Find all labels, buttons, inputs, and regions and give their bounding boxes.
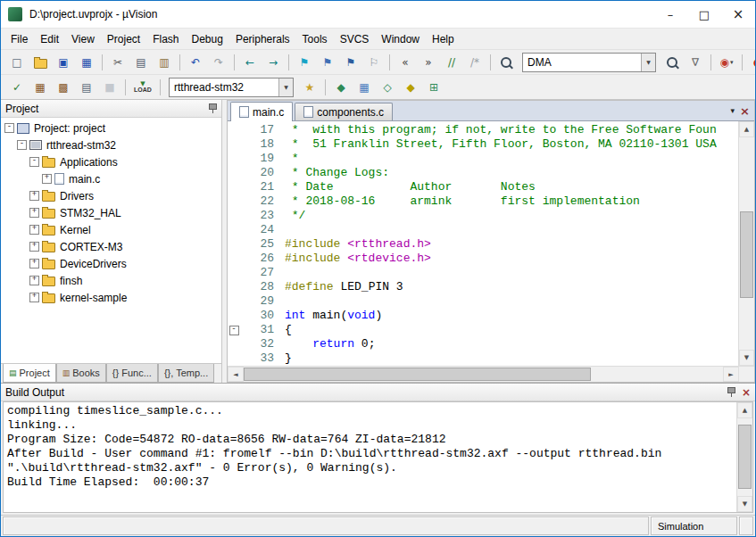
expand-icon[interactable]: + [29,208,39,218]
tree-item-drivers[interactable]: +Drivers [1,187,221,204]
manage-run-time-environment-button[interactable]: ◆ [330,77,352,98]
expand-icon[interactable]: + [29,242,39,252]
select-software-packs-button[interactable]: ◇ [377,77,398,98]
menu-item-project[interactable]: Project [101,30,146,48]
chevron-down-icon[interactable]: ▼ [641,54,655,71]
find-in-files-button[interactable] [495,52,517,73]
menu-item-edit[interactable]: Edit [34,30,65,48]
menu-item-window[interactable]: Window [375,30,426,48]
insert-breakpoint-button[interactable]: ● [747,52,756,73]
scrollbar-thumb[interactable] [738,425,752,489]
bookmark-clear-all-button[interactable]: ⚐ [363,52,385,73]
maximize-button[interactable]: □ [687,1,721,28]
tab-list-chevron-icon[interactable]: ▾ [731,106,735,115]
target-select[interactable]: rtthread-stm32▼ [169,78,294,97]
editor-tab-main-c[interactable]: main.c [230,102,293,121]
expand-icon[interactable]: + [29,293,39,302]
manage-project-items-button[interactable]: ▦ [353,77,375,98]
open-file-button[interactable] [29,52,51,73]
tree-item-kernel-sample[interactable]: +kernel-sample [1,289,221,306]
panel-tab-books[interactable]: ▥Books [56,364,106,383]
pin-icon[interactable] [727,387,736,397]
scrollbar-thumb[interactable] [740,211,753,298]
menu-item-svcs[interactable]: SVCS [334,30,376,48]
resize-grip[interactable] [739,516,753,535]
close-document-icon[interactable]: × [740,105,750,117]
menu-item-peripherals[interactable]: Peripherals [229,30,296,48]
expand-icon[interactable]: + [42,174,52,184]
menu-item-flash[interactable]: Flash [146,30,185,48]
tree-item-stm32-hal[interactable]: +STM32_HAL [1,204,221,221]
menu-item-view[interactable]: View [65,30,101,48]
close-panel-icon[interactable]: × [742,386,751,399]
navigate-back-button[interactable]: ← [239,52,261,73]
bookmark-toggle-button[interactable]: ⚑ [294,52,315,73]
scrollbar-track[interactable] [739,137,754,350]
incremental-find-button[interactable]: ∇ [685,52,706,73]
build-button[interactable]: ▦ [29,77,51,98]
bookmark-next-button[interactable]: ⚑ [340,52,361,73]
editor-vertical-scrollbar[interactable]: ▲ ▼ [738,121,754,366]
search-combo[interactable]: DMA▼ [522,53,656,72]
menu-item-debug[interactable]: Debug [186,30,229,48]
scroll-up-icon[interactable]: ▲ [737,402,752,418]
tree-item-main-c[interactable]: +main.c [1,170,221,187]
tree-item-cortex-m3[interactable]: +CORTEX-M3 [1,238,221,255]
tree-item-applications[interactable]: -Applications [1,153,221,170]
chevron-down-icon[interactable]: ▼ [278,78,293,96]
menu-item-tools[interactable]: Tools [296,30,334,48]
collapse-icon[interactable]: - [17,140,27,150]
scroll-up-icon[interactable]: ▲ [739,121,754,137]
indent-button[interactable]: » [418,52,439,73]
copy-button[interactable]: ▤ [130,52,152,73]
tree-item-devicedrivers[interactable]: +DeviceDrivers [1,255,221,272]
find-button[interactable] [661,52,683,73]
undo-button[interactable]: ↶ [185,52,206,73]
scrollbar-thumb[interactable] [244,368,591,381]
uncomment-selection-button[interactable]: /* [464,52,486,73]
bookmark-previous-button[interactable]: ⚑ [317,52,338,73]
batch-build-button[interactable]: ▤ [76,77,97,98]
translate-file-button[interactable]: ✓ [6,77,28,98]
cut-button[interactable]: ✂ [107,52,129,73]
pack-installer-button[interactable]: ◆ [400,77,421,98]
configure-search-button[interactable]: ◉▾ [716,52,737,73]
scroll-down-icon[interactable]: ▼ [737,496,752,512]
panel-tab-project[interactable]: ▤Project [3,364,56,383]
minimize-button[interactable]: – [653,1,687,28]
comment-selection-button[interactable]: // [441,52,462,73]
tree-item-project-project[interactable]: -Project: project [1,120,221,136]
unindent-button[interactable]: « [395,52,416,73]
stop-build-button[interactable]: ■ [99,77,120,98]
collapse-icon[interactable]: - [29,157,39,167]
scrollbar-track[interactable] [737,418,752,496]
expand-icon[interactable]: + [29,259,39,268]
books-window-button[interactable]: ⊞ [423,77,444,98]
rebuild-all-button[interactable]: ▩ [53,77,74,98]
save-all-button[interactable]: ▦ [76,52,97,73]
expand-icon[interactable]: + [29,225,39,235]
panel-tab-temp[interactable]: {}, Temp... [158,364,214,383]
menu-item-help[interactable]: Help [426,30,461,48]
fold-collapse-icon[interactable]: - [229,326,239,335]
build-vertical-scrollbar[interactable]: ▲ ▼ [736,402,752,512]
panel-tab-func[interactable]: {} Func... [106,364,158,383]
paste-button[interactable]: ▥ [154,52,175,73]
navigate-forward-button[interactable]: → [262,52,284,73]
editor-horizontal-scrollbar[interactable]: ◄ ► [228,366,754,382]
save-button[interactable]: ▣ [53,52,74,73]
editor-tab-components-c[interactable]: components.c [295,103,393,120]
menu-item-file[interactable]: File [4,30,34,48]
scroll-down-icon[interactable]: ▼ [739,350,754,366]
flash-download-button[interactable]: ▼LOAD [130,77,155,98]
scrollbar-track[interactable] [244,367,723,382]
tree-item-finsh[interactable]: +finsh [1,272,221,289]
target-options-button[interactable]: ★ [299,77,320,98]
pin-icon[interactable] [208,103,217,113]
expand-icon[interactable]: + [29,191,39,201]
scroll-left-icon[interactable]: ◄ [228,367,244,382]
new-file-button[interactable]: □ [6,52,28,73]
scroll-right-icon[interactable]: ► [723,367,739,382]
tree-item-rtthread-stm32[interactable]: -rtthread-stm32 [1,136,221,153]
code-editor[interactable]: 17 * with this program; if not, write to… [228,121,738,366]
